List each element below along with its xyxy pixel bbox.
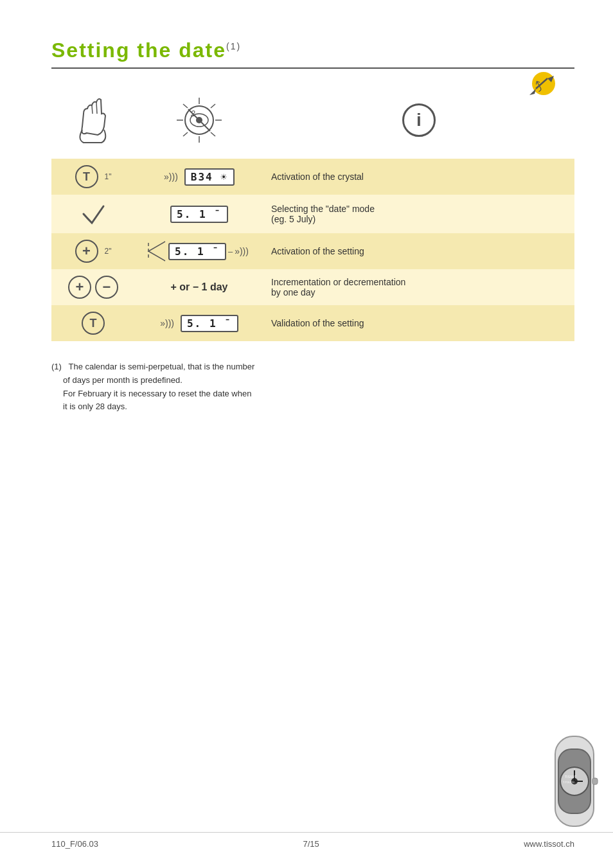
page-title: Setting the date(1) bbox=[51, 39, 241, 62]
plus-button-icon-2: + bbox=[68, 276, 91, 299]
footer-right: www.tissot.ch bbox=[524, 839, 574, 849]
dial-icon-cell: 2 bbox=[135, 94, 263, 146]
table-row: + − + or − 1 day Incrementation or decre… bbox=[51, 269, 574, 305]
plus-minus-day-text: + or − 1 day bbox=[171, 281, 228, 292]
row1-right: Activation of the crystal bbox=[263, 159, 574, 195]
table-row: T 1" »))) B34 ☀ Activation of the crysta… bbox=[51, 159, 574, 195]
svg-line-12 bbox=[183, 104, 188, 108]
signal-icon-3: »))) bbox=[235, 246, 249, 256]
svg-line-6 bbox=[211, 104, 215, 108]
svg-line-3 bbox=[92, 105, 93, 114]
row5-right: Validation of the setting bbox=[263, 305, 574, 341]
svg-text:TISSOT: TISSOT bbox=[565, 775, 576, 779]
t-button-icon-2: T bbox=[82, 312, 105, 335]
table-row: + 2" 5. 1 ¯ – »))) bbox=[51, 233, 574, 269]
title-text: Setting the date bbox=[51, 39, 226, 62]
hand-icon-cell bbox=[51, 94, 135, 146]
plus-button-icon: + bbox=[75, 240, 98, 263]
corner-arrow-icon: ⤴ bbox=[517, 71, 555, 105]
display-box-2: 5. 1 ¯ bbox=[170, 206, 228, 223]
dash-icon: – bbox=[228, 247, 233, 256]
watch-image: TISSOT T-TOUCH bbox=[536, 733, 613, 829]
row4-left: + − bbox=[51, 269, 135, 305]
page: Setting the date(1) ⤴ bbox=[0, 0, 613, 868]
display-box-3: 5. 1 ¯ bbox=[168, 243, 226, 260]
row3-left: + 2" bbox=[51, 233, 135, 269]
row2-left bbox=[51, 195, 135, 233]
svg-line-4 bbox=[96, 102, 97, 114]
row3-time-label: 2" bbox=[105, 247, 112, 256]
page-footer: 110_F/06.03 7/15 www.tissot.ch bbox=[0, 832, 613, 849]
info-icon-cell: i bbox=[263, 103, 574, 137]
row5-description: Validation of the setting bbox=[271, 318, 364, 328]
page-header: Setting the date(1) ⤴ bbox=[51, 39, 574, 69]
signal-icon-5: »))) bbox=[160, 318, 174, 328]
check-icon bbox=[80, 201, 106, 227]
row3-mid: 5. 1 ¯ – »))) bbox=[135, 233, 263, 269]
svg-line-10 bbox=[183, 132, 188, 136]
table-row: T »))) 5. 1 ¯ Validation of the setting bbox=[51, 305, 574, 341]
signal-icon-1: »))) bbox=[164, 172, 178, 182]
footnote: (1) The calendar is semi-perpetual, that… bbox=[51, 360, 574, 414]
display-box-1: B34 ☀ bbox=[184, 168, 235, 186]
row1-mid: »))) B34 ☀ bbox=[135, 159, 263, 195]
row1-left: T 1" bbox=[51, 159, 135, 195]
row2-mid: 5. 1 ¯ bbox=[135, 195, 263, 233]
instruction-table: T 1" »))) B34 ☀ Activation of the crysta… bbox=[51, 159, 574, 341]
t-button-icon: T bbox=[75, 165, 98, 188]
svg-line-8 bbox=[211, 132, 215, 136]
svg-text:2: 2 bbox=[190, 109, 195, 118]
footer-center: 7/15 bbox=[303, 839, 319, 849]
row3-description: Activation of the setting bbox=[271, 246, 364, 256]
table-row: 5. 1 ¯ Selecting the "date" mode(eg. 5 J… bbox=[51, 195, 574, 233]
row5-left: T bbox=[51, 305, 135, 341]
footer-left: 110_F/06.03 bbox=[51, 839, 98, 849]
row3-right: Activation of the setting bbox=[263, 233, 574, 269]
header-icon-row: 2 i bbox=[51, 88, 574, 152]
svg-text:T-TOUCH: T-TOUCH bbox=[563, 781, 574, 784]
info-circle-icon: i bbox=[402, 103, 436, 137]
row4-right: Incrementation or decrementationby one d… bbox=[263, 269, 574, 305]
row2-right: Selecting the "date" mode(eg. 5 July) bbox=[263, 195, 574, 233]
display-box-5: 5. 1 ¯ bbox=[181, 315, 238, 332]
title-superscript: (1) bbox=[226, 41, 241, 51]
svg-rect-29 bbox=[592, 778, 598, 784]
minus-button-icon: − bbox=[95, 276, 118, 299]
row1-description: Activation of the crystal bbox=[271, 172, 364, 182]
oscillate-left-icon bbox=[147, 240, 166, 263]
footnote-number: (1) bbox=[51, 362, 62, 371]
row5-mid: »))) 5. 1 ¯ bbox=[135, 305, 263, 341]
row4-mid: + or − 1 day bbox=[135, 269, 263, 305]
row1-time-label: 1" bbox=[105, 172, 112, 181]
